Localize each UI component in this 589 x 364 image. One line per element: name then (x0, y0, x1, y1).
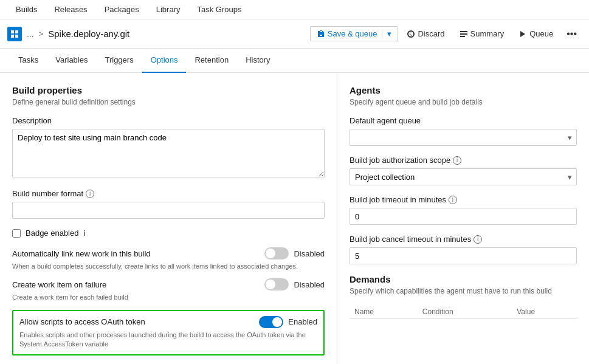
auth-scope-info-icon[interactable]: i (453, 156, 461, 165)
work-item-desc: Create a work item for each failed build (12, 293, 325, 302)
breadcrumb-dots[interactable]: ... (27, 29, 34, 39)
agent-queue-wrapper (350, 129, 577, 146)
nav-taskgroups[interactable]: Task Groups (188, 0, 250, 19)
more-button[interactable]: ••• (562, 26, 582, 42)
oauth-label: Allow scripts to access OAuth token (19, 317, 145, 326)
timeout-group: Build job timeout in minutes i (350, 195, 577, 225)
cancel-timeout-input[interactable] (350, 247, 577, 264)
tab-history[interactable]: History (237, 49, 278, 73)
description-group: Description (12, 116, 325, 179)
nav-releases[interactable]: Releases (46, 0, 95, 19)
badge-label: Badge enabled (26, 228, 78, 238)
demands-group: Demands Specify which capabilities the a… (350, 274, 577, 319)
tab-variables[interactable]: Variables (47, 49, 96, 73)
auto-link-toggle-right: Disabled (264, 247, 325, 259)
breadcrumb-actions: Save & queue ▾ Discard Summary Queue ••• (310, 26, 582, 42)
auto-link-status: Disabled (294, 249, 325, 258)
nav-library[interactable]: Library (148, 0, 189, 19)
save-queue-chevron[interactable]: ▾ (382, 29, 391, 38)
tab-options[interactable]: Options (142, 49, 187, 73)
badge-checkbox[interactable] (12, 229, 21, 238)
auto-link-desc: When a build completes successfully, cre… (12, 262, 325, 271)
badge-info-icon[interactable]: i (83, 228, 85, 238)
queue-button[interactable]: Queue (512, 27, 559, 41)
oauth-toggle[interactable] (259, 316, 283, 328)
build-number-group: Build number format i (12, 189, 325, 219)
timeout-input[interactable] (350, 208, 577, 225)
oauth-toggle-right: Enabled (259, 316, 317, 328)
breadcrumb-separator: > (39, 29, 44, 38)
main-content: Build properties Define general build de… (0, 73, 589, 364)
oauth-desc: Enables scripts and other processes laun… (19, 331, 317, 349)
auto-link-toggle[interactable] (264, 247, 289, 259)
work-item-toggle[interactable] (264, 278, 289, 290)
build-number-label: Build number format i (12, 189, 325, 198)
work-item-header: Create work item on failure Disabled (12, 278, 325, 290)
agents-title: Agents (350, 85, 577, 95)
breadcrumb-bar: ... > Spike.deploy-any.git Save & queue … (0, 19, 589, 49)
save-queue-label: Save & queue (328, 29, 377, 38)
work-item-label: Create work item on failure (12, 280, 106, 289)
section-subtitle: Define general build definition settings (12, 98, 325, 106)
description-label: Description (12, 116, 325, 125)
demands-col-value: Value (512, 305, 577, 319)
work-item-row: Create work item on failure Disabled Cre… (12, 278, 325, 302)
svg-rect-0 (11, 30, 14, 33)
discard-button[interactable]: Discard (401, 27, 450, 41)
oauth-slider (259, 316, 283, 328)
timeout-info-icon[interactable]: i (449, 196, 457, 204)
svg-rect-2 (11, 35, 14, 38)
demands-subtitle: Specify which capabilities the agent mus… (350, 287, 577, 295)
agent-queue-select[interactable] (350, 129, 577, 146)
timeout-label: Build job timeout in minutes i (350, 195, 577, 204)
summary-button[interactable]: Summary (453, 27, 511, 41)
nav-packages[interactable]: Packages (96, 0, 148, 19)
description-input[interactable] (12, 129, 325, 177)
save-queue-button[interactable]: Save & queue ▾ (310, 26, 399, 41)
auto-link-label: Automatically link new work in this buil… (12, 249, 151, 258)
nav-builds[interactable]: Builds (7, 0, 46, 19)
demands-title: Demands (350, 274, 577, 284)
agents-subtitle: Specify agent queue and build job detail… (350, 98, 577, 106)
queue-label: Queue (529, 29, 553, 38)
work-item-slider (264, 278, 289, 290)
demands-table: Name Condition Value (350, 305, 577, 319)
demands-header-row: Name Condition Value (350, 305, 577, 319)
cancel-timeout-info-icon[interactable]: i (474, 235, 482, 244)
badge-row: Badge enabled i (12, 228, 325, 238)
demands-col-name: Name (350, 305, 418, 319)
svg-rect-3 (15, 35, 18, 38)
auth-scope-wrapper: Project collection (350, 168, 577, 185)
tab-bar: Tasks Variables Triggers Options Retenti… (0, 49, 589, 73)
top-nav: Builds Releases Packages Library Task Gr… (0, 0, 589, 19)
agent-queue-label: Default agent queue (350, 116, 577, 125)
auto-link-slider (264, 247, 289, 259)
demands-col-condition: Condition (418, 305, 512, 319)
cancel-timeout-group: Build job cancel timeout in minutes i (350, 235, 577, 264)
oauth-status: Enabled (288, 317, 317, 326)
svg-rect-1 (15, 30, 18, 33)
build-number-info-icon[interactable]: i (86, 190, 94, 198)
left-panel: Build properties Define general build de… (0, 73, 337, 364)
right-panel: Agents Specify agent queue and build job… (337, 73, 589, 364)
oauth-row: Allow scripts to access OAuth token Enab… (12, 310, 325, 355)
build-number-input[interactable] (12, 202, 325, 219)
tab-tasks[interactable]: Tasks (10, 49, 47, 73)
demands-header: Name Condition Value (350, 305, 577, 319)
cancel-timeout-label: Build job cancel timeout in minutes i (350, 235, 577, 244)
work-item-status: Disabled (294, 280, 325, 289)
auth-scope-group: Build job authorization scope i Project … (350, 156, 577, 185)
auto-link-row: Automatically link new work in this buil… (12, 247, 325, 271)
summary-label: Summary (470, 29, 505, 38)
discard-label: Discard (418, 29, 444, 38)
auth-scope-select[interactable]: Project collection (350, 168, 577, 185)
agent-queue-group: Default agent queue (350, 116, 577, 146)
oauth-header: Allow scripts to access OAuth token Enab… (19, 316, 317, 328)
project-icon (7, 27, 22, 41)
tab-retention[interactable]: Retention (186, 49, 237, 73)
auth-scope-label: Build job authorization scope i (350, 156, 577, 165)
svg-marker-4 (520, 31, 525, 37)
auto-link-header: Automatically link new work in this buil… (12, 247, 325, 259)
tab-triggers[interactable]: Triggers (96, 49, 142, 73)
work-item-toggle-right: Disabled (264, 278, 325, 290)
